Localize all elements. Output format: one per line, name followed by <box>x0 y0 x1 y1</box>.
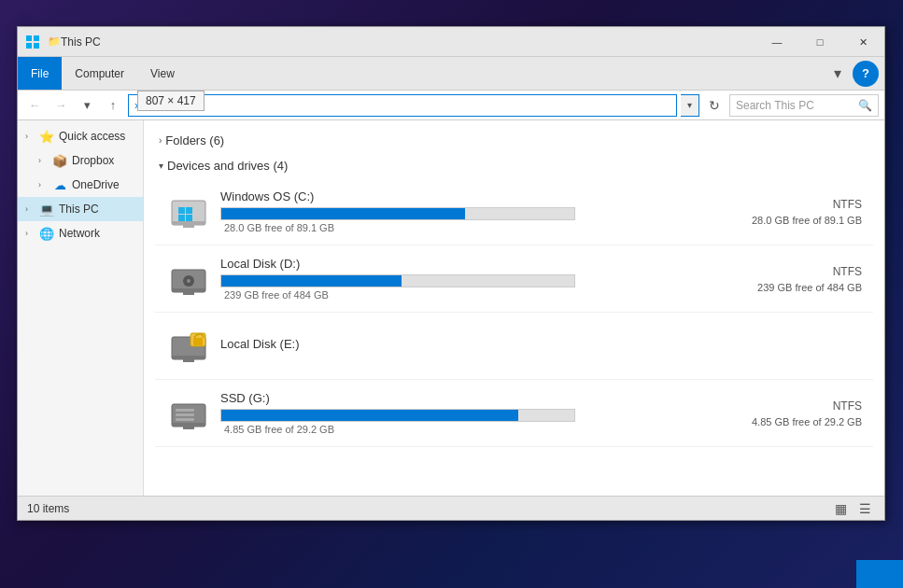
ribbon-expand-icon[interactable]: ▾ <box>826 57 849 90</box>
list-view-button[interactable]: ☰ <box>854 498 875 519</box>
drive-c-type: NTFS 28.0 GB free of 89.1 GB <box>752 198 862 226</box>
tab-computer[interactable]: Computer <box>62 57 137 90</box>
onedrive-icon: ☁ <box>52 177 67 192</box>
title-bar-controls: — □ ✕ <box>755 27 884 56</box>
folders-section-header[interactable]: › Folders (6) <box>155 128 873 153</box>
drive-c-info: Windows OS (C:) 28.0 GB free of 89.1 GB <box>220 189 741 233</box>
maximize-button[interactable]: □ <box>798 27 841 57</box>
drive-d-free: 239 GB free of 484 GB <box>757 282 862 293</box>
sidebar-item-label: Network <box>59 227 135 240</box>
this-pc-chevron: › <box>25 204 35 214</box>
drives-section-chevron: ▾ <box>159 161 163 171</box>
drive-g-meta: 4.85 GB free of 29.2 GB <box>224 424 741 435</box>
sidebar-item-this-pc[interactable]: › 💻 This PC <box>18 197 143 221</box>
drive-g-icon <box>166 391 211 436</box>
dropbox-icon: 📦 <box>52 153 67 168</box>
svg-rect-18 <box>183 359 194 362</box>
sidebar-item-dropbox[interactable]: › 📦 Dropbox <box>18 148 143 173</box>
drive-item-e[interactable]: Local Disk (E:) <box>155 313 873 380</box>
main-area: › ⭐ Quick access › 📦 Dropbox › ☁ OneDriv… <box>18 120 884 496</box>
svg-rect-17 <box>172 356 205 359</box>
drive-c-meta: 28.0 GB free of 89.1 GB <box>224 222 741 233</box>
svg-rect-13 <box>183 292 194 295</box>
drive-d-bar <box>220 274 575 287</box>
drive-d-fs: NTFS <box>757 265 862 278</box>
drive-d-info: Local Disk (D:) 239 GB free of 484 GB <box>220 257 746 301</box>
svg-rect-0 <box>26 35 32 41</box>
blue-accent <box>856 560 903 588</box>
status-bar: 10 items ▦ ☰ <box>18 496 884 520</box>
drive-item-d[interactable]: Local Disk (D:) 239 GB free of 484 GB NT… <box>155 245 873 313</box>
back-button[interactable]: ← <box>23 94 46 117</box>
search-icon: 🔍 <box>858 99 872 112</box>
drive-g-name: SSD (G:) <box>220 391 741 405</box>
drive-g-type: NTFS 4.85 GB free of 29.2 GB <box>752 399 862 427</box>
svg-rect-6 <box>183 225 194 228</box>
drive-c-icon <box>166 189 211 234</box>
drive-g-fill <box>221 410 518 421</box>
svg-rect-22 <box>172 423 205 427</box>
quick-access-chevron: › <box>25 132 35 141</box>
title-bar: 📁 This PC 807 × 417 — □ ✕ <box>18 27 884 57</box>
drive-c-name: Windows OS (C:) <box>220 189 741 203</box>
drive-d-type: NTFS 239 GB free of 484 GB <box>757 265 862 293</box>
address-box[interactable]: › This PC <box>128 94 677 117</box>
svg-rect-10 <box>186 215 192 221</box>
drive-c-bar <box>220 207 575 220</box>
drive-d-name: Local Disk (D:) <box>220 257 746 271</box>
svg-rect-23 <box>183 427 194 429</box>
drive-c-free: 28.0 GB free of 89.1 GB <box>752 215 862 226</box>
content-panel: › Folders (6) ▾ Devices and drives (4) <box>144 120 884 496</box>
up-button[interactable]: ↑ <box>102 94 124 117</box>
help-button[interactable]: ? <box>853 61 879 87</box>
this-pc-icon: 💻 <box>39 202 54 217</box>
drive-c-fs: NTFS <box>752 198 862 211</box>
close-button[interactable]: ✕ <box>841 27 884 57</box>
drive-item-c[interactable]: Windows OS (C:) 28.0 GB free of 89.1 GB … <box>155 178 873 245</box>
view-controls: ▦ ☰ <box>830 498 875 519</box>
drive-d-icon <box>166 257 211 301</box>
drive-g-bar <box>220 409 575 422</box>
drive-d-meta: 239 GB free of 484 GB <box>224 289 746 301</box>
title-bar-breadcrumb: 📁 <box>48 35 61 48</box>
drives-section-header[interactable]: ▾ Devices and drives (4) <box>155 153 873 178</box>
svg-rect-1 <box>34 35 39 41</box>
search-box[interactable]: Search This PC 🔍 <box>729 94 879 117</box>
minimize-button[interactable]: — <box>755 27 798 57</box>
recent-locations-button[interactable]: ▾ <box>76 94 98 117</box>
svg-rect-9 <box>178 215 185 221</box>
search-placeholder: Search This PC <box>736 99 854 112</box>
drives-section-title: Devices and drives (4) <box>167 159 288 173</box>
folders-section-title: Folders (6) <box>165 133 224 147</box>
refresh-button[interactable]: ↻ <box>703 94 726 117</box>
onedrive-chevron: › <box>38 180 48 189</box>
forward-button[interactable]: → <box>49 94 72 117</box>
drive-e-type <box>787 344 862 348</box>
sidebar-item-quick-access[interactable]: › ⭐ Quick access <box>18 124 143 148</box>
sidebar-item-label: This PC <box>59 203 135 216</box>
tab-view[interactable]: View <box>137 57 188 90</box>
address-bar: ← → ▾ ↑ › This PC ▾ ↻ Search This PC 🔍 <box>18 91 884 120</box>
folders-section-chevron: › <box>159 135 162 146</box>
svg-rect-20 <box>193 338 203 345</box>
address-prefix: › <box>134 99 138 112</box>
svg-rect-2 <box>26 43 32 49</box>
sidebar-item-label: OneDrive <box>72 178 135 191</box>
svg-rect-7 <box>178 207 185 214</box>
address-dropdown-button[interactable]: ▾ <box>681 94 699 117</box>
sidebar-item-network[interactable]: › 🌐 Network <box>18 221 143 245</box>
drive-g-fs: NTFS <box>752 399 862 413</box>
tab-file[interactable]: File <box>18 57 62 90</box>
network-icon: 🌐 <box>39 226 54 241</box>
details-view-button[interactable]: ▦ <box>830 498 851 519</box>
drive-e-name: Local Disk (E:) <box>220 337 776 351</box>
window-title: This PC <box>61 35 877 49</box>
drive-item-g[interactable]: SSD (G:) 4.85 GB free of 29.2 GB NTFS 4.… <box>155 380 873 447</box>
drive-c-fill <box>221 208 465 219</box>
svg-rect-3 <box>34 43 39 49</box>
svg-rect-8 <box>186 207 192 214</box>
drive-e-info: Local Disk (E:) <box>220 337 776 355</box>
address-path: This PC <box>142 99 182 112</box>
svg-rect-24 <box>176 409 194 412</box>
sidebar-item-onedrive[interactable]: › ☁ OneDrive <box>18 173 143 197</box>
